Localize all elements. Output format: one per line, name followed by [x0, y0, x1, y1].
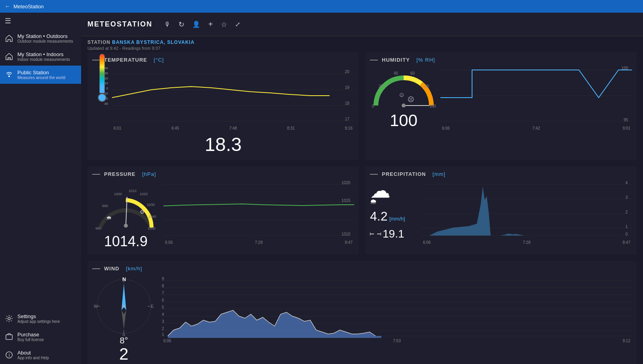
- svg-text:20: 20: [345, 70, 350, 74]
- person-icon[interactable]: 👤: [192, 21, 200, 28]
- resize-icon[interactable]: ⤢: [235, 21, 240, 28]
- humidity-chart-container: 100 95 6:06 7:42 9:01: [440, 66, 632, 130]
- precipitation-rate-unit: [mm/h]: [389, 216, 405, 222]
- svg-text:40: 40: [394, 71, 398, 75]
- temperature-value: 18.3: [92, 134, 354, 155]
- svg-text:W: W: [94, 304, 98, 309]
- wind-title: WIND [km/h]: [92, 266, 632, 272]
- refresh-icon[interactable]: ↻: [178, 20, 184, 29]
- content-area: METEOSTATION 🎙 ↻ 👤 + ☆ ⤢ STATION BANSKA …: [81, 13, 643, 364]
- wind-direction: 8° 2: [92, 336, 156, 362]
- svg-marker-94: [168, 310, 381, 338]
- svg-text:1: 1: [626, 224, 628, 229]
- svg-text:3: 3: [162, 319, 164, 324]
- sidebar-label-settings: Settings: [17, 313, 60, 319]
- svg-text:4: 4: [626, 181, 628, 185]
- svg-point-21: [402, 104, 406, 108]
- sidebar-item-settings[interactable]: Settings Adjust app settings here: [0, 309, 81, 328]
- svg-text:1030: 1030: [147, 203, 155, 207]
- titlebar: ← MeteoStation: [0, 0, 643, 13]
- svg-text:100: 100: [429, 104, 436, 108]
- favorite-icon[interactable]: ☆: [221, 20, 227, 29]
- precipitation-total-row: 19.1: [370, 228, 417, 240]
- sidebar-label-public: Public Station: [17, 70, 65, 75]
- home-icon: [5, 34, 13, 43]
- dashboard: TEMPERATURE [°C] 403020100-10-20-30: [81, 52, 643, 364]
- humidity-x-labels: 6:06 7:42 9:01: [440, 126, 632, 130]
- svg-text:20: 20: [379, 84, 383, 89]
- station-time: Updated at 9:42 - Readings from 9:37: [87, 46, 637, 51]
- wind-chart-container: 9 8 7 6 5 4 3 2 1 0: [162, 275, 632, 343]
- mic-icon[interactable]: 🎙: [164, 21, 171, 28]
- purchase-icon: [5, 332, 13, 341]
- svg-text:980: 980: [95, 226, 101, 230]
- svg-text:19: 19: [345, 85, 350, 90]
- hamburger-menu[interactable]: ☰: [0, 13, 81, 29]
- sidebar-item-outdoors[interactable]: My Station • Outdoors Outdoor module mea…: [0, 29, 81, 47]
- settings-icon: [5, 314, 13, 323]
- svg-text:17: 17: [345, 117, 350, 121]
- svg-text:8: 8: [162, 284, 164, 288]
- humidity-title: HUMIDITY [% RH]: [370, 57, 632, 63]
- sidebar-sub-purchase: Buy full license: [17, 338, 44, 342]
- svg-marker-73: [121, 310, 126, 329]
- svg-text:3: 3: [626, 195, 628, 200]
- sidebar-item-about[interactable]: i About App info and Help: [0, 346, 81, 364]
- svg-text:0: 0: [372, 104, 374, 108]
- svg-text:🌧: 🌧: [106, 215, 112, 221]
- signal-icon: [5, 70, 13, 79]
- add-icon[interactable]: +: [208, 20, 213, 29]
- humidity-card: HUMIDITY [% RH] 0: [365, 52, 637, 160]
- sidebar-sub-outdoors: Outdoor module measurements: [17, 39, 73, 43]
- svg-text:80: 80: [425, 84, 429, 89]
- home-icon-indoors: [5, 52, 13, 61]
- svg-text:1010: 1010: [341, 232, 351, 236]
- humidity-value: 100: [370, 111, 437, 130]
- svg-text:2: 2: [162, 326, 164, 331]
- precipitation-total: 19.1: [383, 228, 404, 240]
- svg-text:0: 0: [163, 338, 165, 338]
- svg-text:1020: 1020: [140, 192, 148, 196]
- sidebar-item-public[interactable]: Public Station Measures around the world: [0, 66, 81, 84]
- compass: N E S W: [92, 275, 156, 362]
- precipitation-rate: 4.2: [370, 209, 387, 223]
- precipitation-chart-container: 4 3 2 1 0 6:06 7:28: [421, 180, 632, 245]
- wind-card: WIND [km/h] N E S W: [87, 261, 637, 364]
- svg-text:☹: ☹: [408, 96, 414, 103]
- svg-point-2: [8, 317, 10, 320]
- svg-text:1010: 1010: [129, 189, 137, 193]
- svg-text:2: 2: [626, 210, 628, 214]
- sidebar-label-purchase: Purchase: [17, 332, 44, 338]
- precipitation-display: ☁ 🌧 4.2 [mm/h] 19.1: [370, 180, 417, 240]
- sidebar-sub-about: App info and Help: [17, 356, 49, 360]
- temperature-chart-container: 20 19 18 17 6:01 6:45: [112, 66, 354, 130]
- sidebar-sub-settings: Adjust app settings here: [17, 319, 60, 324]
- svg-text:7: 7: [162, 291, 164, 295]
- sidebar-item-indoors[interactable]: My Station • Indoors Indoor module measu…: [0, 47, 81, 66]
- svg-text:18: 18: [345, 101, 350, 106]
- svg-text:1015: 1015: [341, 198, 351, 203]
- svg-text:1050: 1050: [148, 226, 156, 230]
- temperature-card: TEMPERATURE [°C] 403020100-10-20-30: [87, 52, 359, 160]
- svg-text:☺: ☺: [398, 91, 405, 98]
- sidebar-sub-public: Measures around the world: [17, 75, 65, 80]
- toolbar: METEOSTATION 🎙 ↻ 👤 + ☆ ⤢: [81, 13, 643, 36]
- app-title: MeteoStation: [13, 4, 44, 9]
- humidity-gauge: 0 20 40 60 80 100 ☺ ☹: [370, 66, 437, 130]
- station-city: BANSKA BYSTRICA, SLOVAKIA: [112, 40, 194, 45]
- svg-text:60: 60: [410, 71, 415, 75]
- svg-point-38: [124, 224, 128, 228]
- back-button[interactable]: ←: [5, 3, 10, 9]
- svg-text:N: N: [122, 276, 126, 282]
- svg-point-1: [8, 75, 10, 77]
- temperature-title: TEMPERATURE [°C]: [92, 57, 354, 63]
- svg-text:4: 4: [162, 312, 164, 317]
- svg-rect-3: [6, 335, 12, 339]
- info-icon: i: [5, 351, 13, 359]
- precip-x-labels: 6:06 7:28 8:47: [421, 240, 632, 245]
- svg-text:1000: 1000: [114, 192, 122, 196]
- pressure-card: PRESSURE [hPa] 980 990 1000: [87, 166, 359, 255]
- sidebar-item-purchase[interactable]: Purchase Buy full license: [0, 328, 81, 346]
- sidebar-label-about: About: [17, 350, 49, 356]
- svg-text:0: 0: [626, 232, 628, 236]
